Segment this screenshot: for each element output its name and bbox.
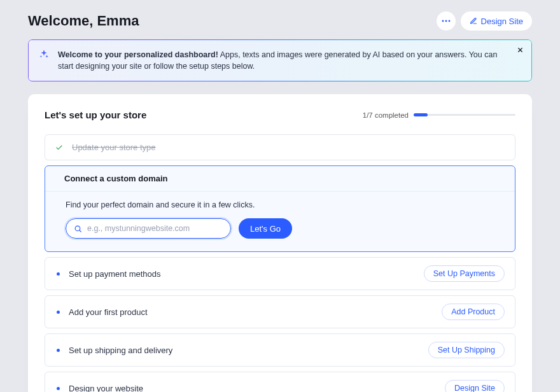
setup-title: Let's set up your store [45, 109, 146, 120]
step-expanded-description: Find your perfect domain and secure it i… [66, 200, 505, 209]
more-actions-button[interactable] [437, 11, 456, 31]
pencil-icon [470, 17, 477, 25]
bullet-icon [57, 272, 60, 276]
step-action-payments[interactable]: Set Up Payments [424, 265, 505, 282]
bullet-icon [57, 387, 60, 390]
progress-label: 1/7 completed [363, 111, 409, 119]
step-payments[interactable]: Set up payment methodsSet Up Payments [45, 257, 515, 290]
step-label: Update your store type [72, 143, 505, 152]
step-expanded-header[interactable]: Connect a custom domain [45, 166, 515, 192]
step-expanded-title: Connect a custom domain [64, 174, 168, 183]
step-shipping[interactable]: Set up shipping and deliverySet Up Shipp… [45, 333, 515, 367]
design-site-label: Design Site [481, 17, 523, 26]
step-label: Set up payment methods [69, 269, 415, 279]
close-banner-button[interactable] [517, 46, 524, 53]
close-icon [517, 46, 524, 53]
svg-point-2 [448, 20, 450, 22]
step-action-add-product[interactable]: Add Product [442, 304, 505, 320]
page-title: Welcome, Emma [28, 13, 139, 29]
progress-fill [414, 113, 428, 116]
domain-input[interactable] [86, 223, 223, 234]
step-label: Set up shipping and delivery [69, 346, 419, 355]
step-label: Add your first product [69, 307, 433, 317]
step-connect-domain: Connect a custom domain Find your perfec… [45, 165, 515, 252]
lets-go-button[interactable]: Let's Go [239, 218, 292, 239]
svg-point-0 [442, 20, 444, 22]
banner-bold-text: Welcome to your personalized dashboard! [58, 50, 218, 59]
svg-line-4 [80, 230, 81, 232]
design-site-button[interactable]: Design Site [461, 11, 532, 31]
search-icon [74, 225, 82, 233]
bullet-icon [57, 311, 60, 314]
step-completed[interactable]: Update your store type [45, 134, 515, 160]
progress-wrap: 1/7 completed [363, 111, 515, 119]
progress-bar [414, 114, 515, 116]
ai-welcome-banner: Welcome to your personalized dashboard! … [28, 39, 532, 81]
sparkle-icon [39, 49, 49, 59]
step-label: Design your website [69, 384, 436, 392]
domain-input-wrap[interactable] [66, 218, 231, 239]
svg-point-1 [445, 20, 447, 22]
step-design-website[interactable]: Design your websiteDesign Site [45, 372, 515, 392]
step-action-design-website[interactable]: Design Site [445, 380, 505, 392]
step-add-product[interactable]: Add your first productAdd Product [45, 295, 515, 328]
ellipsis-icon [442, 20, 451, 22]
check-icon [55, 144, 63, 151]
setup-card: Let's set up your store 1/7 completed Up… [28, 94, 532, 392]
step-action-shipping[interactable]: Set Up Shipping [428, 342, 505, 358]
header-actions: Design Site [437, 11, 532, 31]
bullet-icon [57, 349, 60, 352]
